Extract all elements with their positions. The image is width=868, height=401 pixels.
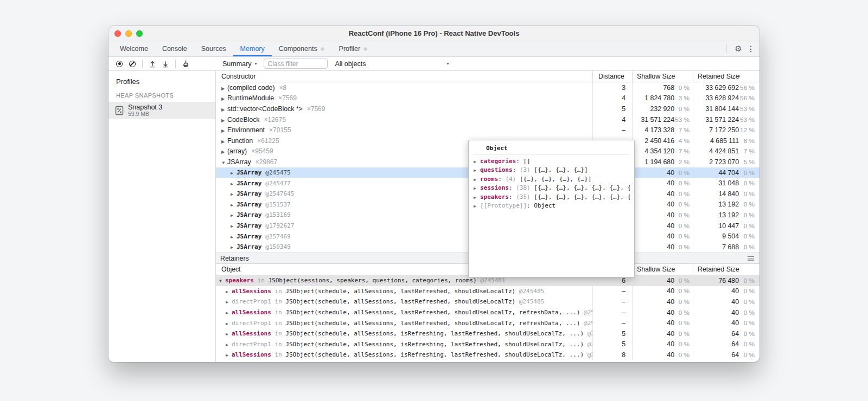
object-property-row[interactable]: ▶questions: (3) [{…}, {…}, {…}] [473,166,630,174]
tab-components[interactable]: Components⚛ [272,41,332,56]
disclosure-triangle[interactable]: ▶ [231,213,237,218]
disclosure-triangle[interactable]: ▶ [226,300,232,305]
column-header-shallow-size[interactable]: Shallow Size [632,264,693,275]
tab-profiler[interactable]: Profiler⚛ [332,41,375,56]
disclosure-triangle[interactable]: ▶ [226,289,232,294]
disclosure-triangle[interactable]: ▶ [221,86,227,91]
zoom-window-button[interactable] [136,30,143,37]
settings-gear-icon[interactable]: ⚙ [732,44,744,54]
disclosure-triangle[interactable]: ▶ [473,193,480,202]
object-property-row[interactable]: ▶rooms: (4) [{…}, {…}, {…}, {…}] [473,175,630,184]
object-property-row[interactable]: ▶categories: [] [473,157,630,166]
more-options-kebab-icon[interactable]: ⋮ [746,44,755,53]
disclosure-triangle[interactable]: ▶ [231,224,237,229]
table-row[interactable]: ▶(compiled code)×837680 %33 629 69256 % [216,82,760,93]
record-heap-button[interactable] [113,58,126,70]
table-row[interactable]: ▶directProp1 in JSObject(schedule, allSe… [216,339,760,350]
objects-filter-select[interactable]: All objects ▾ [335,60,449,68]
disclosure-triangle[interactable]: ▶ [473,166,480,174]
table-row[interactable]: ▶directProp1 in JSObject(schedule, allSe… [216,318,760,328]
retained-size-cell: 2 723 0705 % [693,157,760,167]
table-row[interactable]: ▶std::vector<CodeBlock *>×75695232 9200 … [216,104,760,114]
instance-name: JSArray [237,169,261,176]
disclosure-triangle[interactable]: ▶ [473,158,480,166]
close-window-button[interactable] [114,30,121,37]
perspective-select[interactable]: Summary ▾ [222,60,257,68]
property-name: rooms [480,176,498,183]
table-row[interactable]: ▶allSessions in JSObject(schedule, allSe… [216,350,760,360]
sidebar-item-snapshot-3[interactable]: Snapshot 3 59.9 MB [108,102,215,119]
table-row[interactable]: ▶allSessions in JSObject(schedule, allSe… [216,286,760,297]
disclosure-triangle[interactable]: ▶ [221,128,227,133]
disclosure-triangle[interactable]: ▶ [226,353,232,358]
clear-profiles-button[interactable] [126,58,139,70]
disclosure-triangle[interactable]: ▶ [231,203,237,208]
disclosure-triangle[interactable]: ▶ [473,184,480,192]
property-value: [{…}, {…}, {…}, {…}, {…}, {…}, [534,184,630,191]
column-header-distance[interactable]: Distance [592,71,632,82]
table-row[interactable]: ▶CodeBlock×12675431 571 22453 %31 571 22… [216,114,760,125]
table-row[interactable]: ▶Environment×70155–4 173 3287 %7 172 250… [216,125,760,135]
table-row[interactable]: ▶directProp1 in JSObject(schedule, allSe… [216,296,760,307]
disclosure-triangle[interactable]: ▶ [473,202,480,210]
disclosure-triangle[interactable]: ▶ [226,342,232,347]
retainer-cell: ▶allSessions in JSObject(schedule, allSe… [216,288,592,295]
shallow-size-value: 40 [633,330,674,338]
retained-size-cell: 4 424 8517 % [693,146,760,157]
table-row[interactable]: ▶allSessions in JSObject(schedule, allSe… [216,307,760,318]
object-property-row[interactable]: ▶[[Prototype]]: Object [473,202,630,210]
shallow-size-cell: 400 % [632,221,693,231]
retained-size-percent: 0 % [739,340,760,348]
column-header-retained-size[interactable]: Retained Size [693,264,760,275]
distance-cell: 5 [592,104,632,114]
retained-size-percent: 12 % [739,126,760,134]
disclosure-triangle[interactable]: ▶ [231,182,237,186]
instance-count: ×70155 [269,126,291,134]
disclosure-triangle[interactable]: ▼ [221,160,227,165]
shallow-size-value: 40 [633,179,674,187]
column-header-shallow-size[interactable]: Shallow Size [632,71,693,82]
property-value: Object [534,202,556,209]
disclosure-triangle[interactable]: ▶ [231,192,237,197]
retainers-menu-icon[interactable] [748,256,754,261]
disclosure-triangle[interactable]: ▶ [221,150,227,154]
column-header-retained-size[interactable]: Retained Size ▼ [693,71,760,82]
object-preview-properties: ▶categories: []▶questions: (3) [{…}, {…}… [473,157,630,210]
table-row[interactable]: ▶RuntimeModule×756941 824 7803 %33 628 9… [216,93,760,104]
load-profile-button[interactable] [146,58,159,70]
disclosure-triangle[interactable]: ▶ [221,139,227,144]
disclosure-triangle[interactable]: ▶ [231,171,237,176]
retained-size-percent: 56 % [739,94,760,102]
tab-console[interactable]: Console [155,41,194,56]
disclosure-triangle[interactable]: ▶ [221,107,227,112]
disclosure-triangle[interactable]: ▶ [221,118,227,123]
retainer-property: allSessions [232,330,271,337]
tab-memory[interactable]: Memory [233,41,272,56]
disclosure-triangle[interactable]: ▼ [219,279,225,283]
object-property-row[interactable]: ▶speakers: (35) [{…}, {…}, {…}, {…}, {…}… [473,193,630,202]
column-header-constructor[interactable]: Constructor [216,73,592,80]
property-name: speakers [480,193,509,200]
property-value: [{…}, {…}, {…}, {…}] [520,176,591,183]
retainer-cell: ▶allSessions in JSObject(schedule, allSe… [216,330,592,337]
save-profile-button[interactable] [159,58,172,70]
shallow-size-value: 40 [633,211,674,219]
object-id: @153169 [265,211,290,218]
table-row[interactable]: ▶allSessions in JSObject(schedule, allSe… [216,328,760,339]
disclosure-triangle[interactable]: ▶ [231,235,237,240]
minimize-window-button[interactable] [125,30,132,37]
tab-sources[interactable]: Sources [194,41,233,56]
class-filter-input[interactable] [264,59,328,69]
object-property-row[interactable]: ▶sessions: (38) [{…}, {…}, {…}, {…}, {…}… [473,184,630,192]
shallow-size-cell: 400 % [632,242,693,253]
disclosure-triangle[interactable]: ▶ [226,321,232,326]
disclosure-triangle[interactable]: ▶ [221,96,227,101]
tab-welcome[interactable]: Welcome [113,41,155,56]
disclosure-triangle[interactable]: ▶ [226,332,232,337]
instance-name: JSArray [237,243,261,250]
disclosure-triangle[interactable]: ▶ [231,245,237,250]
collect-garbage-button[interactable] [179,58,192,70]
disclosure-triangle[interactable]: ▶ [226,311,232,315]
disclosure-triangle[interactable]: ▶ [473,176,480,184]
shallow-size-cell: 7680 % [632,82,693,93]
